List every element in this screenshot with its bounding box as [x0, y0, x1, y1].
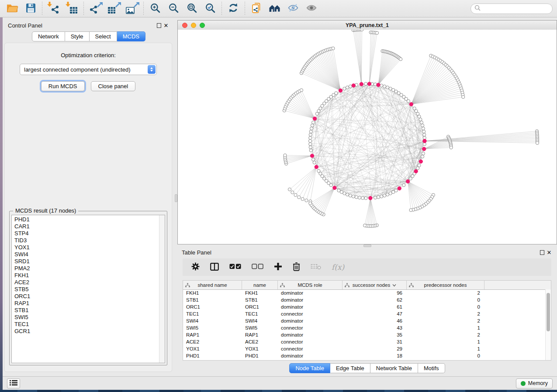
graph-node[interactable] [337, 189, 340, 192]
list-item[interactable]: TEC1 [12, 321, 159, 328]
column-header-successor-nodes[interactable]: successor nodes [343, 281, 407, 289]
export-network-button[interactable] [87, 2, 103, 16]
show-columns-button[interactable] [210, 263, 219, 272]
table-row[interactable]: TEC1TEC1connector472 [183, 310, 546, 317]
graph-leaf-node[interactable] [462, 95, 465, 98]
table-row[interactable]: PHD1PHD1dominator180 [183, 352, 546, 359]
graph-dominator-node[interactable] [369, 196, 372, 200]
graph-leaf-node[interactable] [332, 47, 335, 50]
graph-node[interactable] [409, 177, 412, 180]
column-header-predecessor-nodes[interactable]: predecessor nodes [407, 281, 484, 289]
graph-node[interactable] [364, 82, 367, 85]
table-row[interactable]: SWI5SWI5connector431 [183, 324, 546, 331]
graph-leaf-node[interactable] [298, 196, 301, 199]
graph-node[interactable] [389, 192, 392, 195]
graph-dominator-node[interactable] [313, 117, 316, 120]
graph-node[interactable] [335, 92, 338, 95]
graph-node[interactable] [407, 100, 410, 103]
graph-node[interactable] [349, 194, 352, 197]
save-session-button[interactable] [23, 2, 38, 16]
graph-dominator-node[interactable] [339, 89, 342, 92]
delete-column-button[interactable] [293, 262, 300, 272]
graph-node[interactable] [374, 196, 377, 199]
graph-node[interactable] [308, 139, 311, 142]
graph-leaf-node[interactable] [305, 199, 308, 202]
graph-leaf-node[interactable] [409, 209, 412, 212]
list-item[interactable]: FKH1 [12, 272, 159, 279]
table-row[interactable]: RAP1RAP1dominator352 [183, 331, 546, 338]
graph-node[interactable] [311, 121, 315, 124]
column-header-name[interactable]: name [242, 281, 278, 289]
graph-node[interactable] [349, 85, 352, 88]
graph-dominator-node[interactable] [419, 160, 422, 163]
graph-node[interactable] [343, 87, 346, 90]
graph-leaf-node[interactable] [375, 31, 378, 34]
list-item[interactable]: RAP1 [12, 300, 159, 307]
graph-leaf-node[interactable] [450, 146, 453, 149]
column-header-shared-name[interactable]: shared name [183, 281, 242, 289]
graph-node[interactable] [352, 195, 355, 198]
list-item[interactable]: STP4 [12, 230, 159, 237]
graph-node[interactable] [423, 133, 426, 136]
list-item[interactable]: PMA2 [12, 265, 159, 272]
graph-node[interactable] [309, 143, 312, 146]
graph-node[interactable] [423, 136, 426, 139]
graph-node[interactable] [309, 146, 312, 149]
graph-node[interactable] [383, 194, 386, 197]
graph-node[interactable] [377, 196, 380, 199]
graph-node[interactable] [309, 149, 312, 152]
list-item[interactable]: YOX1 [12, 244, 159, 251]
close-panel-icon[interactable]: ✕ [163, 22, 170, 29]
graph-node[interactable] [313, 161, 316, 164]
clone-network-button[interactable] [249, 2, 264, 16]
tab-node-table[interactable]: Node Table [289, 363, 330, 373]
table-scrollbar[interactable] [545, 289, 551, 360]
graph-dominator-node[interactable] [422, 147, 426, 151]
graph-dominator-node[interactable] [406, 179, 409, 183]
tab-network[interactable]: Network [32, 31, 65, 41]
list-item[interactable]: SRD1 [12, 258, 159, 265]
graph-dominator-node[interactable] [398, 186, 401, 190]
network-graph[interactable] [178, 30, 557, 244]
float-panel-icon[interactable] [539, 249, 546, 256]
list-item[interactable]: ACE2 [12, 279, 159, 286]
list-item[interactable]: TID3 [12, 237, 159, 244]
open-file-button[interactable] [4, 2, 20, 16]
graph-leaf-node[interactable] [284, 154, 287, 157]
graph-dominator-node[interactable] [333, 186, 336, 189]
graph-node[interactable] [420, 121, 423, 124]
minimize-window-button[interactable] [191, 23, 196, 28]
list-item[interactable]: STB5 [12, 286, 159, 293]
graph-node[interactable] [416, 167, 419, 170]
graph-node[interactable] [386, 86, 389, 89]
graph-dominator-node[interactable] [377, 83, 380, 86]
zoom-selected-button[interactable] [202, 2, 218, 16]
search-input[interactable] [483, 5, 552, 12]
list-item[interactable]: PHD1 [12, 216, 159, 223]
graph-node[interactable] [422, 130, 426, 133]
task-history-button[interactable] [7, 378, 20, 389]
graph-node[interactable] [423, 143, 426, 146]
graph-leaf-node[interactable] [309, 202, 312, 205]
graph-dominator-node[interactable] [423, 139, 426, 143]
mcds-result-scrollbar[interactable] [159, 215, 165, 363]
close-panel-icon[interactable]: ✕ [546, 249, 553, 256]
list-item[interactable]: CAR1 [12, 223, 159, 230]
graph-leaf-node[interactable] [301, 197, 304, 200]
zoom-fit-button[interactable] [184, 2, 200, 16]
graph-node[interactable] [421, 155, 424, 158]
graph-dominator-node[interactable] [360, 83, 363, 86]
network-canvas[interactable] [178, 30, 557, 244]
delete-table-button[interactable] [311, 263, 321, 271]
table-settings-button[interactable] [191, 262, 200, 272]
graph-dominator-node[interactable] [409, 103, 413, 106]
graph-leaf-node[interactable] [360, 30, 363, 31]
graph-leaf-node[interactable] [300, 89, 303, 92]
table-row[interactable]: STB1STB1dominator620 [183, 296, 546, 303]
graph-node[interactable] [346, 86, 349, 89]
graph-node[interactable] [364, 196, 367, 199]
search-field[interactable] [471, 3, 553, 14]
graph-node[interactable] [346, 193, 349, 196]
graph-leaf-node[interactable] [536, 141, 539, 144]
graph-node[interactable] [358, 196, 361, 199]
